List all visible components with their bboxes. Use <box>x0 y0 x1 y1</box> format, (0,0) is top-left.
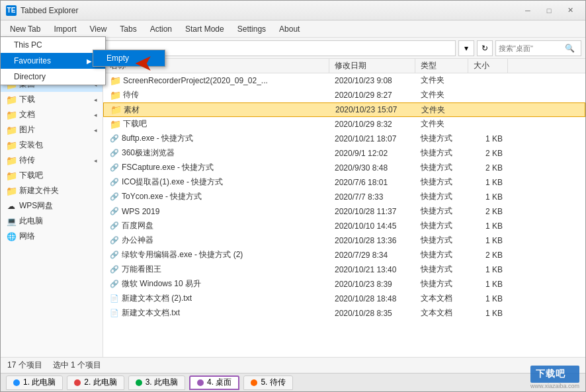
table-row[interactable]: 🔗微软 Windows 10 易升 2020/10/23 8:39 快捷方式 1… <box>103 277 585 292</box>
tab-3[interactable]: 3. 此电脑 <box>128 375 185 390</box>
file-list: 📁 ScreenRecorderProject2(2020_09_02_... … <box>103 73 585 357</box>
menu-about[interactable]: About <box>272 22 306 36</box>
sidebar-item-download[interactable]: 📁 下载 ◂ <box>1 92 103 107</box>
wps-icon: ☁ <box>6 201 17 212</box>
refresh-button[interactable]: ↻ <box>477 40 493 56</box>
tab-bar: 1. 此电脑 2. 此电脑 3. 此电脑 4. 桌面 5. 待传 <box>1 373 585 391</box>
sidebar-label-install: 安装包 <box>19 139 43 151</box>
table-row[interactable]: 🔗360极速浏览器 2020/9/1 12:02 快捷方式 2 KB <box>103 146 585 161</box>
search-icon[interactable]: 🔍 <box>565 44 575 53</box>
table-row[interactable]: 🔗8uftp.exe - 快捷方式 2020/10/21 18:07 快捷方式 … <box>103 132 585 146</box>
pictures-icon: 📁 <box>6 125 17 136</box>
table-row[interactable]: 🔗百度网盘 2020/10/10 14:45 快捷方式 1 KB <box>103 219 585 233</box>
sidebar-label-network: 网络 <box>19 231 35 242</box>
tab-label-1: 1. 此电脑 <box>23 377 56 388</box>
close-button[interactable]: ✕ <box>560 4 580 17</box>
install-icon: 📁 <box>6 140 17 151</box>
table-row[interactable]: 📄新建文本文档.txt 2020/10/28 8:35 文本文档 1 KB <box>103 306 585 321</box>
documents-icon: 📁 <box>6 110 17 120</box>
submenu-arrow: ▶ <box>87 58 92 65</box>
expand-arrow-2: ◂ <box>94 97 97 103</box>
tab-dot-2 <box>74 379 81 386</box>
sidebar-label-xiazaiba: 下载吧 <box>19 170 43 181</box>
red-arrow-pointer: ➤ <box>135 52 151 75</box>
tab-4[interactable]: 4. 桌面 <box>189 375 239 390</box>
watermark: 下载吧 www.xiazaiba.com <box>530 366 579 389</box>
menu-start-mode[interactable]: Start Mode <box>179 22 231 36</box>
menu-favourites[interactable]: Favourites ▶ <box>1 53 105 69</box>
col-size-header[interactable]: 大小 <box>468 59 508 73</box>
menu-settings[interactable]: Settings <box>231 22 272 36</box>
favourites-dropdown: This PC Favourites ▶ Directory <box>0 36 106 85</box>
download-icon: 📁 <box>6 95 17 105</box>
sidebar-item-documents[interactable]: 📁 文档 ◂ <box>1 107 103 122</box>
sidebar-item-network[interactable]: 🌐 网络 <box>1 229 103 244</box>
sidebar-item-computer[interactable]: 💻 此电脑 <box>1 214 103 229</box>
table-row[interactable]: 📁 下载吧 2020/10/29 8:32 文件夹 <box>103 117 585 132</box>
maximize-button[interactable]: □ <box>539 4 559 17</box>
tab-5[interactable]: 5. 待传 <box>243 375 292 390</box>
menu-import[interactable]: Import <box>47 22 83 36</box>
file-date: 2020/10/29 8:27 <box>329 91 415 100</box>
window-title: Tabbed Explorer <box>21 6 518 15</box>
menu-view[interactable]: View <box>83 22 114 36</box>
menu-directory[interactable]: Directory <box>1 69 105 85</box>
menu-bar: New Tab Import View Tabs Action Start Mo… <box>1 20 585 38</box>
pending-icon: 📁 <box>6 155 17 166</box>
window-controls: ─ □ ✕ <box>518 4 580 17</box>
menu-tabs[interactable]: Tabs <box>113 22 143 36</box>
search-box[interactable]: 🔍 <box>495 40 581 56</box>
table-row[interactable]: 🔗ICO提取器(1).exe - 快捷方式 2020/7/6 18:01 快捷方… <box>103 175 585 190</box>
tab-label-4: 4. 桌面 <box>207 377 231 388</box>
sidebar-item-xiazaiba[interactable]: 📁 下载吧 <box>1 168 103 183</box>
table-row[interactable]: 📁 素材 2020/10/23 15:07 文件夹 <box>103 102 585 117</box>
sidebar-item-wps[interactable]: ☁ WPS网盘 <box>1 198 103 214</box>
table-row[interactable]: 📁 待传 2020/10/29 8:27 文件夹 <box>103 88 585 102</box>
table-row[interactable]: 🔗ToYcon.exe - 快捷方式 2020/7/7 8:33 快捷方式 1 … <box>103 190 585 204</box>
sidebar-item-newfolder[interactable]: 📁 新建文件夹 <box>1 183 103 198</box>
col-date-header[interactable]: 修改日期 <box>329 59 415 73</box>
sidebar-item-install[interactable]: 📁 安装包 <box>1 137 103 153</box>
dropdown-button[interactable]: ▾ <box>458 40 474 56</box>
menu-empty[interactable]: Empty <box>93 50 165 66</box>
sidebar-label-pictures: 图片 <box>19 124 35 136</box>
expand-arrow-5: ◂ <box>94 157 97 164</box>
expand-arrow-4: ◂ <box>94 127 97 134</box>
sidebar-label-wps: WPS网盘 <box>19 200 53 212</box>
item-count: 17 个项目 <box>7 360 42 371</box>
sidebar-label-computer: 此电脑 <box>19 216 43 227</box>
sidebar-item-pending[interactable]: 📁 待传 ◂ <box>1 153 103 168</box>
file-name: 📁 素材 <box>105 104 330 116</box>
xiazaiba-icon: 📁 <box>6 171 17 181</box>
menu-action[interactable]: Action <box>144 22 179 36</box>
table-row[interactable]: 🔗万能看图王 2020/10/21 13:40 快捷方式 1 KB <box>103 262 585 277</box>
tab-label-5: 5. 待传 <box>261 377 285 388</box>
app-icon: TE <box>6 5 17 16</box>
watermark-text: 下载吧 <box>530 366 579 383</box>
sidebar-label-documents: 文档 <box>19 109 35 120</box>
table-row[interactable]: 🔗绿软专用编辑器.exe - 快捷方式 (2) 2020/7/29 8:34 快… <box>103 248 585 262</box>
table-row[interactable]: 📄新建文本文档 (2).txt 2020/10/28 18:48 文本文档 1 … <box>103 292 585 306</box>
table-row[interactable]: 🔗办公神器 2020/10/28 13:36 快捷方式 1 KB <box>103 233 585 248</box>
menu-new-tab[interactable]: New Tab <box>3 22 47 36</box>
tab-2[interactable]: 2. 此电脑 <box>67 375 124 390</box>
tab-1[interactable]: 1. 此电脑 <box>6 375 63 390</box>
col-type-header[interactable]: 类型 <box>415 59 468 73</box>
toolbar-right: ▾ ↻ 🔍 <box>458 40 581 56</box>
menu-this-pc[interactable]: This PC <box>1 37 105 53</box>
sidebar-label-pending: 待传 <box>19 155 35 166</box>
file-type: 文件夹 <box>415 75 468 86</box>
folder-icon: 📁 <box>110 75 120 86</box>
table-row[interactable]: 🔗WPS 2019 2020/10/28 11:37 快捷方式 2 KB <box>103 204 585 219</box>
sidebar-item-pictures[interactable]: 📁 图片 ◂ <box>1 122 103 137</box>
table-row[interactable]: 🔗FSCapture.exe - 快捷方式 2020/9/30 8:48 快捷方… <box>103 161 585 175</box>
status-bar: 17 个项目 选中 1 个项目 <box>1 357 585 373</box>
table-row[interactable]: 📁 ScreenRecorderProject2(2020_09_02_... … <box>103 73 585 88</box>
title-bar: TE Tabbed Explorer ─ □ ✕ <box>1 1 585 20</box>
tab-label-2: 2. 此电脑 <box>84 377 116 388</box>
search-input[interactable] <box>499 44 565 52</box>
column-header: 名称 修改日期 类型 大小 <box>103 59 585 73</box>
tab-dot-5 <box>251 379 257 386</box>
minimize-button[interactable]: ─ <box>518 4 538 17</box>
file-type: 文件夹 <box>416 104 469 116</box>
